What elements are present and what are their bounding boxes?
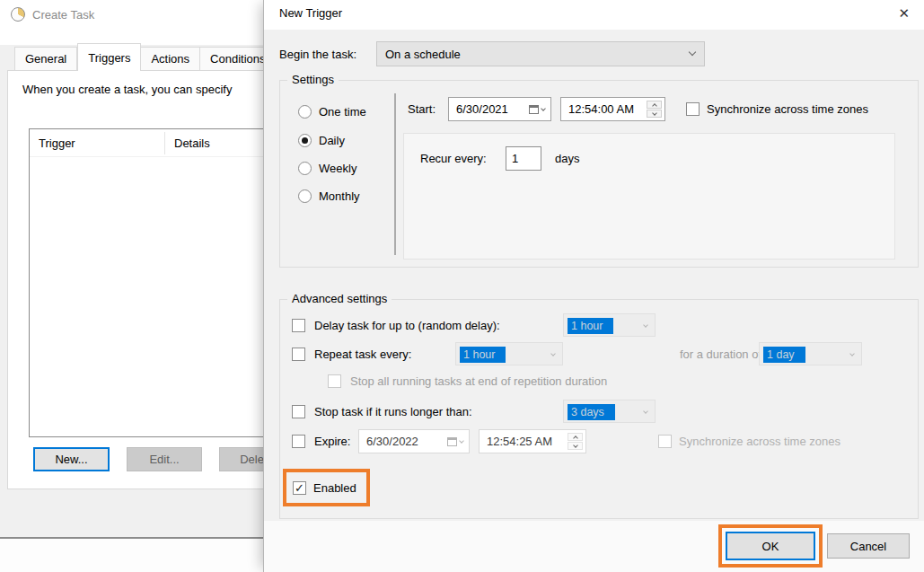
stop-all-tasks-label: Stop all running tasks at end of repetit… xyxy=(350,374,607,388)
stop-task-value: 3 days xyxy=(568,404,615,420)
radio-icon xyxy=(298,189,312,203)
delay-value-select[interactable]: 1 hour xyxy=(563,313,656,337)
start-time-value: 12:54:00 AM xyxy=(568,102,634,116)
edit-trigger-button[interactable]: Edit... xyxy=(127,447,202,471)
stop-task-row: ✓ Stop task if it runs longer than: xyxy=(292,400,472,423)
create-task-title: Create Task xyxy=(11,7,94,22)
sync-timezones-label: Synchronize across time zones xyxy=(707,102,868,116)
spinner-down-icon[interactable] xyxy=(647,110,662,118)
start-label: Start: xyxy=(408,97,436,121)
delay-value: 1 hour xyxy=(568,318,613,334)
radio-icon xyxy=(298,162,312,175)
radio-weekly[interactable]: Weekly xyxy=(298,159,356,177)
checkmark-icon: ✓ xyxy=(295,482,304,494)
duration-value-select[interactable]: 1 day xyxy=(759,342,862,365)
screen: Create Task General Triggers Actions Con… xyxy=(0,0,924,572)
settings-divider xyxy=(394,93,396,255)
chevron-down-icon xyxy=(541,106,546,111)
chevron-down-icon xyxy=(849,351,855,356)
expire-date-value: 6/30/2022 xyxy=(366,435,418,448)
dialog-footer xyxy=(264,521,924,572)
expire-row: ✓ Expire: xyxy=(292,429,350,453)
stop-task-checkbox[interactable]: ✓ xyxy=(292,405,305,418)
radio-selected-icon xyxy=(298,134,312,147)
radio-monthly[interactable]: Monthly xyxy=(298,187,360,205)
advanced-group-label: Advanced settings xyxy=(287,292,392,305)
stop-all-tasks-checkbox[interactable]: ✓ xyxy=(328,374,341,388)
enabled-highlight-box: ✓ Enabled xyxy=(283,469,370,506)
ok-button[interactable]: OK xyxy=(726,532,815,560)
spinner-up-icon[interactable] xyxy=(568,433,583,441)
radio-icon xyxy=(298,105,312,119)
calendar-icon xyxy=(529,105,539,114)
stop-task-label: Stop task if it runs longer than: xyxy=(314,405,472,418)
new-trigger-button[interactable]: New... xyxy=(33,447,110,471)
chevron-down-icon xyxy=(643,409,648,414)
repeat-value: 1 hour xyxy=(460,347,506,363)
ok-highlight-box: OK xyxy=(718,524,823,568)
stop-task-value-select[interactable]: 3 days xyxy=(563,400,656,423)
repeat-task-label: Repeat task every: xyxy=(314,348,411,361)
window-title-text: Create Task xyxy=(32,8,94,22)
begin-task-label: Begin the task: xyxy=(279,41,356,66)
advanced-settings-group: Advanced settings ✓ Delay task for up to… xyxy=(279,299,919,519)
tab-general[interactable]: General xyxy=(14,47,77,71)
enabled-checkbox[interactable]: ✓ xyxy=(293,481,306,495)
expire-sync-checkbox[interactable]: ✓ xyxy=(658,435,672,448)
radio-daily[interactable]: Daily xyxy=(298,131,345,149)
enabled-label: Enabled xyxy=(313,481,356,495)
recur-every-input[interactable] xyxy=(506,146,541,171)
recur-unit-label: days xyxy=(555,146,579,171)
start-date-value: 6/30/2021 xyxy=(456,102,508,116)
tab-actions[interactable]: Actions xyxy=(141,47,200,71)
expire-time-spinner[interactable]: 12:54:25 AM xyxy=(479,429,586,453)
settings-group: Settings One time Daily Weekly Monthly S… xyxy=(279,80,919,268)
chevron-down-icon xyxy=(689,48,696,56)
begin-task-value: On a schedule xyxy=(385,48,461,61)
expire-sync-label: Synchronize across time zones xyxy=(679,435,840,448)
close-icon[interactable]: ✕ xyxy=(898,5,910,22)
chevron-down-icon xyxy=(459,438,464,444)
duration-label: for a duration of: xyxy=(680,342,765,365)
new-trigger-dialog: New Trigger ✕ Begin the task: On a sched… xyxy=(263,0,924,572)
time-spinner-buttons xyxy=(647,101,662,118)
repeat-value-select[interactable]: 1 hour xyxy=(455,342,563,365)
tab-triggers[interactable]: Triggers xyxy=(77,43,141,71)
repeat-task-row: ✓ Repeat task every: xyxy=(292,342,411,365)
tab-bar: General Triggers Actions Conditions xyxy=(14,43,277,71)
sync-timezones-option[interactable]: ✓ Synchronize across time zones xyxy=(686,97,868,121)
expire-checkbox[interactable]: ✓ xyxy=(292,435,305,448)
calendar-icon xyxy=(447,437,457,446)
daily-options-panel: Recur every: days xyxy=(403,133,895,260)
chevron-down-icon xyxy=(550,351,556,356)
spinner-up-icon[interactable] xyxy=(647,101,662,109)
recur-every-label: Recur every: xyxy=(420,146,487,171)
delay-task-row: ✓ Delay task for up to (random delay): xyxy=(292,313,500,337)
start-time-spinner[interactable]: 12:54:00 AM xyxy=(560,97,665,121)
expire-label: Expire: xyxy=(314,435,350,448)
stop-all-tasks-row: ✓ Stop all running tasks at end of repet… xyxy=(328,372,607,390)
sync-timezones-checkbox[interactable]: ✓ xyxy=(686,102,700,116)
begin-task-select[interactable]: On a schedule xyxy=(376,41,705,66)
start-date-picker[interactable]: 6/30/2021 xyxy=(448,97,551,121)
dialog-titlebar: New Trigger ✕ xyxy=(264,0,924,30)
duration-value: 1 day xyxy=(763,347,805,363)
time-spinner-buttons xyxy=(568,433,583,450)
delay-task-checkbox[interactable]: ✓ xyxy=(292,319,305,332)
radio-one-time[interactable]: One time xyxy=(298,102,366,120)
dialog-title: New Trigger xyxy=(279,6,342,20)
chevron-down-icon xyxy=(643,322,648,328)
expire-date-picker[interactable]: 6/30/2022 xyxy=(358,429,470,453)
task-scheduler-clock-icon xyxy=(11,7,25,22)
expire-time-value: 12:54:25 AM xyxy=(487,435,552,448)
delay-task-label: Delay task for up to (random delay): xyxy=(314,319,500,332)
cancel-button[interactable]: Cancel xyxy=(827,533,910,559)
column-header-trigger[interactable]: Trigger xyxy=(30,136,164,150)
settings-group-label: Settings xyxy=(287,73,339,86)
repeat-task-checkbox[interactable]: ✓ xyxy=(292,348,305,361)
triggers-description: When you create a task, you can specify xyxy=(22,83,232,96)
expire-sync-option: ✓ Synchronize across time zones xyxy=(658,429,840,453)
spinner-down-icon[interactable] xyxy=(568,442,583,450)
